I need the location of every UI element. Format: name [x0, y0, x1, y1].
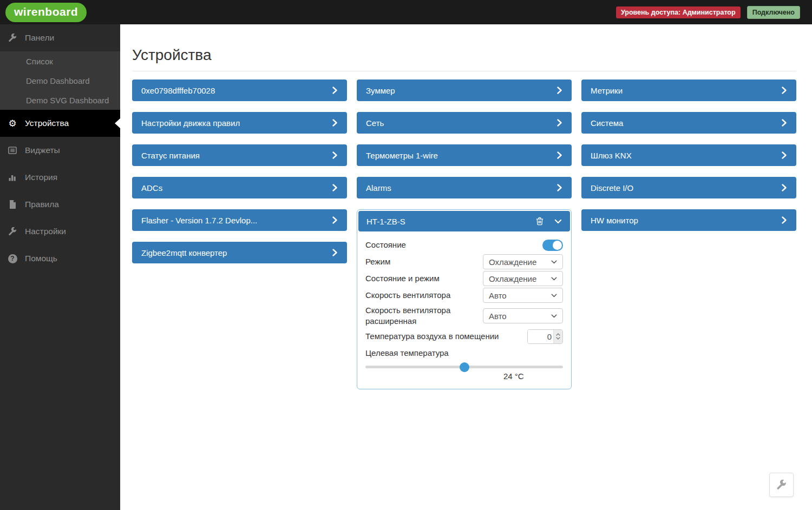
chevron-right-icon	[556, 184, 562, 191]
chevron-right-icon	[556, 119, 562, 127]
device-card[interactable]: Шлюз KNX	[581, 144, 796, 166]
device-card[interactable]: Метрики	[581, 80, 796, 101]
device-card[interactable]: Flasher - Version 1.7.2 Devlop...	[132, 209, 347, 231]
chevron-right-icon	[781, 151, 787, 159]
sidebar-item-demo-svg-dashboard[interactable]: Demo SVG Dashboard	[0, 90, 120, 110]
device-column-right: Метрики Система Шлюз KNX Discrete I/O HW…	[581, 80, 796, 231]
expanded-device-body: Состояние Режим Охлаждение Состояние и р…	[358, 231, 570, 388]
fan-speed-select[interactable]: Авто	[483, 288, 563, 303]
device-name: HT-1-ZB-S	[366, 217, 405, 226]
target-temp-value: 24 °C	[464, 372, 564, 381]
sidebar-item-widgets[interactable]: Виджеты	[0, 137, 120, 164]
device-column-middle: Зуммер Сеть Термометры 1-wire Alarms HT-…	[357, 80, 572, 389]
sidebar-item-label: Устройства	[25, 118, 69, 128]
chevron-right-icon	[332, 249, 338, 256]
sidebar: Панели Список Demo Dashboard Demo SVG Da…	[0, 24, 120, 510]
chevron-right-icon	[332, 119, 338, 127]
mode-select[interactable]: Охлаждение	[483, 254, 563, 269]
state-toggle[interactable]	[542, 240, 563, 251]
sidebar-item-label: Настройки	[25, 227, 66, 236]
wrench-icon	[776, 480, 787, 490]
gear-icon: ⚙	[7, 119, 18, 128]
device-card[interactable]: Alarms	[357, 177, 572, 198]
room-temp-label: Температура воздуха в помещении	[365, 331, 499, 342]
wirenboard-logo[interactable]: wirenboard	[5, 3, 87, 22]
chevron-right-icon	[781, 87, 787, 94]
sidebar-item-label: Виджеты	[25, 145, 60, 155]
device-card[interactable]: Сеть	[357, 112, 572, 134]
chevron-right-icon	[332, 151, 338, 159]
chevron-down-icon	[551, 277, 557, 281]
target-temp-slider[interactable]	[365, 366, 563, 368]
number-spinner[interactable]	[553, 330, 562, 343]
wrench-icon	[7, 227, 18, 236]
panels-submenu: Список Demo Dashboard Demo SVG Dashboard	[0, 51, 120, 110]
slider-thumb[interactable]	[460, 362, 469, 372]
file-icon	[7, 200, 18, 209]
device-card[interactable]: Discrete I/O	[581, 177, 796, 198]
state-label: Состояние	[365, 240, 406, 250]
trash-icon[interactable]	[536, 217, 543, 226]
top-bar: wirenboard Уровень доступа: Администрато…	[0, 0, 812, 24]
chevron-right-icon	[332, 87, 338, 94]
state-mode-label: Состояние и режим	[365, 273, 440, 284]
device-card[interactable]: Термометры 1-wire	[357, 144, 572, 166]
device-card[interactable]: HW монитор	[581, 209, 796, 231]
device-card[interactable]: Настройки движка правил	[132, 112, 347, 134]
sidebar-item-label: Помощь	[25, 254, 57, 263]
control-row-target-temp: Целевая температура 24 °C	[365, 348, 563, 381]
sidebar-item-help[interactable]: ? Помощь	[0, 245, 120, 272]
control-row-fan-speed-ext: Скорость вентилятора расширенная Авто	[365, 304, 563, 328]
fan-speed-ext-select[interactable]: Авто	[483, 308, 563, 323]
mode-label: Режим	[365, 256, 390, 267]
spinner-up-icon	[556, 333, 560, 336]
device-card[interactable]: Zigbee2mqtt конвертер	[132, 242, 347, 263]
chevron-right-icon	[556, 87, 562, 94]
control-row-fan-speed: Скорость вентилятора Авто	[365, 287, 563, 303]
device-card[interactable]: Система	[581, 112, 796, 134]
chevron-right-icon	[332, 216, 338, 224]
chevron-down-icon	[551, 314, 557, 318]
chevron-right-icon	[781, 216, 787, 224]
chevron-right-icon	[781, 184, 787, 191]
chevron-right-icon	[556, 151, 562, 159]
expanded-device-panel: HT-1-ZB-S Состояние Режим Охлаждени	[357, 209, 572, 389]
sidebar-item-rules[interactable]: Правила	[0, 191, 120, 218]
target-temp-label: Целевая температура	[365, 348, 449, 357]
device-card[interactable]: Зуммер	[357, 80, 572, 101]
fan-speed-label: Скорость вентилятора	[365, 290, 450, 301]
chevron-down-icon[interactable]	[554, 219, 562, 224]
chevron-down-icon	[551, 260, 557, 264]
sidebar-item-label: Правила	[25, 200, 59, 209]
page-title: Устройства	[132, 47, 812, 64]
control-row-room-temp: Температура воздуха в помещении	[365, 328, 563, 345]
sidebar-item-devices[interactable]: ⚙ Устройства	[0, 110, 120, 137]
toggle-knob	[553, 241, 562, 250]
chevron-down-icon	[551, 294, 557, 297]
room-temp-input-wrap	[527, 329, 563, 344]
sidebar-item-demo-dashboard[interactable]: Demo Dashboard	[0, 71, 120, 90]
spinner-down-icon	[556, 337, 560, 340]
chevron-right-icon	[781, 119, 787, 127]
settings-fab[interactable]	[769, 473, 794, 497]
wrench-icon	[7, 34, 18, 42]
sidebar-item-history[interactable]: История	[0, 164, 120, 191]
sidebar-item-list[interactable]: Список	[0, 51, 120, 71]
device-grid: 0xe0798dfffeb70028 Настройки движка прав…	[132, 80, 812, 389]
sidebar-item-settings[interactable]: Настройки	[0, 218, 120, 245]
question-circle-icon: ?	[7, 254, 18, 263]
room-temp-input[interactable]	[528, 330, 553, 343]
state-mode-select[interactable]: Охлаждение	[483, 271, 563, 286]
control-row-state: Состояние	[365, 237, 563, 253]
chevron-right-icon	[332, 184, 338, 191]
device-card[interactable]: 0xe0798dfffeb70028	[132, 80, 347, 101]
sidebar-item-panels[interactable]: Панели	[0, 24, 120, 51]
bar-chart-icon	[7, 173, 18, 182]
active-item-notch	[115, 118, 120, 128]
device-card[interactable]: Статус питания	[132, 144, 347, 166]
list-icon	[7, 146, 18, 155]
device-column-left: 0xe0798dfffeb70028 Настройки движка прав…	[132, 80, 347, 263]
fan-speed-ext-label: Скорость вентилятора расширенная	[365, 305, 479, 327]
expanded-device-header[interactable]: HT-1-ZB-S	[358, 211, 570, 231]
device-card[interactable]: ADCs	[132, 177, 347, 198]
